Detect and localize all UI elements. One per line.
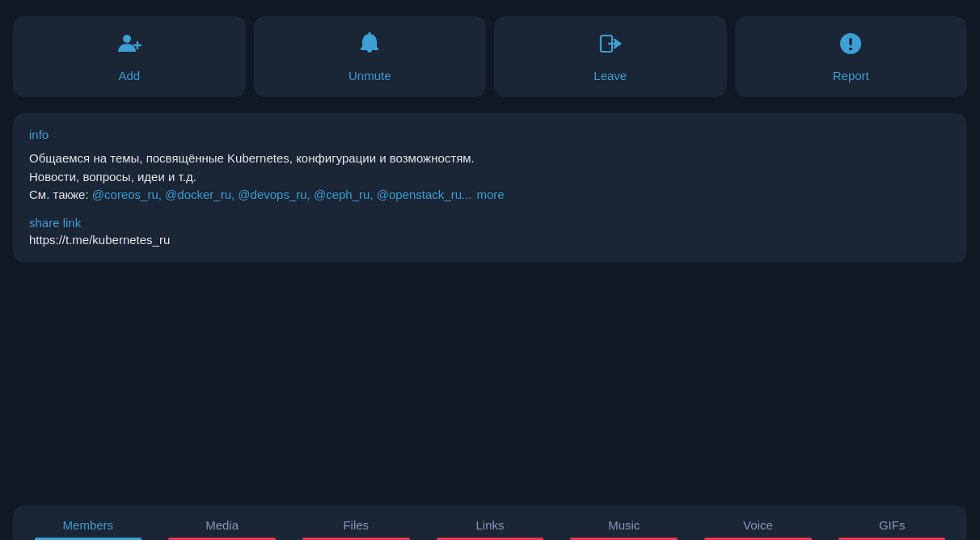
leave-icon [598, 31, 623, 61]
unmute-button[interactable]: Unmute [254, 16, 487, 97]
leave-button[interactable]: Leave [494, 16, 727, 97]
add-button[interactable]: Add [13, 16, 246, 97]
tab-members-label: Members [63, 518, 114, 532]
info-links[interactable]: @coreos_ru, @docker_ru, @devops_ru, @cep… [92, 188, 472, 201]
info-text-line3: См. также: [29, 188, 92, 201]
tab-voice[interactable]: Voice [691, 505, 826, 540]
more-link[interactable]: more [477, 188, 505, 201]
add-user-icon [116, 31, 142, 61]
action-buttons-row: Add Unmute Leave [13, 16, 967, 97]
tab-links[interactable]: Links [423, 505, 557, 540]
tab-voice-label: Voice [743, 518, 773, 532]
info-section-label: info [29, 128, 951, 141]
report-icon [838, 31, 864, 61]
share-url[interactable]: https://t.me/kubernetes_ru [29, 233, 951, 247]
info-text-line2: Новости, вопросы, идеи и т.д. [29, 170, 196, 184]
info-description: Общаемся на темы, посвящённые Kubernetes… [29, 150, 951, 205]
tab-music[interactable]: Music [557, 505, 691, 540]
bell-icon [357, 31, 382, 61]
svg-point-0 [123, 35, 131, 43]
tab-files[interactable]: Files [289, 505, 423, 540]
tabs-container: Members Media Files Links Music Voice GI… [13, 505, 967, 540]
tab-media[interactable]: Media [155, 505, 289, 540]
info-card: info Общаемся на темы, посвящённые Kuber… [13, 113, 967, 263]
tab-gifs[interactable]: GIFs [825, 505, 959, 540]
share-link-section: share link https://t.me/kubernetes_ru [29, 216, 951, 247]
tab-gifs-label: GIFs [879, 518, 906, 532]
add-label: Add [118, 69, 140, 82]
tab-links-label: Links [476, 518, 505, 532]
tab-members[interactable]: Members [21, 505, 155, 540]
leave-label: Leave [593, 69, 627, 82]
tab-music-label: Music [608, 518, 640, 532]
info-text-line1: Общаемся на темы, посвящённые Kubernetes… [29, 151, 475, 165]
svg-rect-7 [850, 38, 852, 45]
tab-media-label: Media [205, 518, 239, 532]
svg-point-8 [849, 48, 852, 51]
report-button[interactable]: Report [735, 16, 968, 97]
tab-files-label: Files [343, 518, 369, 532]
share-link-label: share link [29, 216, 951, 230]
svg-rect-3 [369, 32, 371, 36]
report-label: Report [833, 69, 869, 82]
unmute-label: Unmute [348, 69, 391, 82]
main-container: Add Unmute Leave [0, 0, 980, 540]
